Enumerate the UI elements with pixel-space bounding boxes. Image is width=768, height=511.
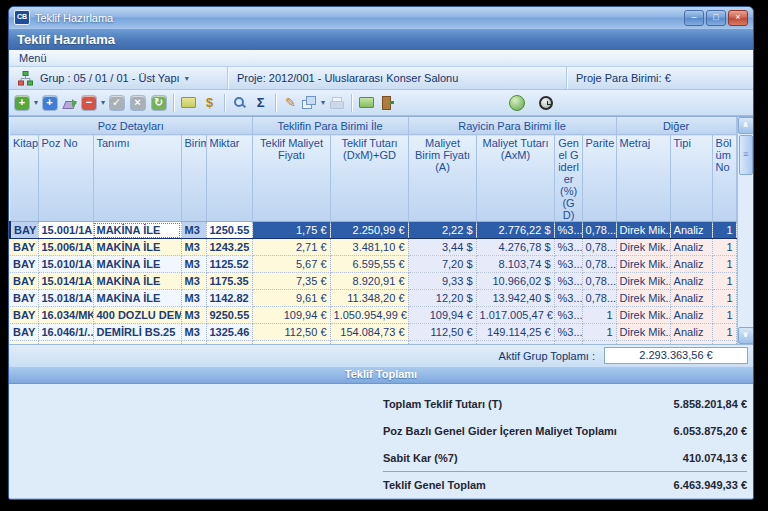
grid-cell[interactable]: %3...: [554, 256, 582, 273]
column-header[interactable]: Miktar: [206, 135, 252, 222]
grid-cell[interactable]: 112,50 €: [408, 324, 476, 341]
grid-cell[interactable]: Direk Mik...: [616, 290, 670, 307]
grid-cell[interactable]: Direk Mik...: [616, 307, 670, 324]
grid-cell[interactable]: 0,78...: [582, 222, 616, 239]
grid-cell[interactable]: DEMİRLİ BS.25: [93, 324, 181, 341]
grid-cell[interactable]: BAY: [10, 273, 38, 290]
grid-cell[interactable]: MAKİNA İLE: [93, 239, 181, 256]
grid-cell[interactable]: 9,61 €: [252, 290, 330, 307]
grid-cell[interactable]: Analiz: [670, 222, 712, 239]
exit-icon[interactable]: [378, 93, 397, 113]
grid-cell[interactable]: 109,94 €: [252, 307, 330, 324]
grid-cell[interactable]: MAKİNA İLE: [93, 290, 181, 307]
banknote-icon[interactable]: [179, 93, 198, 113]
grid-cell[interactable]: 154.084,73 €: [330, 324, 408, 341]
grid-cell[interactable]: MAKİNA İLE: [93, 273, 181, 290]
add-child-row-icon[interactable]: +: [40, 93, 59, 113]
grid-cell[interactable]: 112,50 €: [252, 324, 330, 341]
close-button[interactable]: ×: [728, 10, 748, 26]
grid-cell[interactable]: 13.942,40 $: [476, 290, 554, 307]
cancel-icon[interactable]: ×: [128, 93, 147, 113]
copy-icon[interactable]: ▾: [302, 93, 325, 113]
grid-cell[interactable]: 10.966,02 $: [476, 273, 554, 290]
grid-cell[interactable]: Direk Mik...: [616, 273, 670, 290]
grid-cell[interactable]: 2,71 €: [252, 239, 330, 256]
grid-cell[interactable]: 15.018/1A: [38, 290, 93, 307]
column-header[interactable]: Parite: [582, 135, 616, 222]
grid-cell[interactable]: 15.006/1A: [38, 239, 93, 256]
grid-cell[interactable]: MAKİNA İLE: [93, 256, 181, 273]
grid-cell[interactable]: 2.776,22 $: [476, 222, 554, 239]
go-icon[interactable]: [507, 93, 526, 113]
grid-cell[interactable]: M3: [181, 222, 206, 239]
grid-cell[interactable]: M3: [181, 324, 206, 341]
grid-cell[interactable]: 16.046/1/...: [38, 324, 93, 341]
grid-cell[interactable]: 12,20 $: [408, 290, 476, 307]
grid-cell[interactable]: 15.001/1A: [38, 222, 93, 239]
edit-icon[interactable]: ✎: [281, 93, 300, 113]
grid-cell[interactable]: 5,67 €: [252, 256, 330, 273]
refresh-icon[interactable]: ↻: [149, 93, 168, 113]
grid-cell[interactable]: 8.103,74 $: [476, 256, 554, 273]
grid-cell[interactable]: BAY: [10, 307, 38, 324]
grid-cell[interactable]: 1325.46: [206, 324, 252, 341]
grid-cell[interactable]: Analiz: [670, 273, 712, 290]
column-group-header[interactable]: Teklifin Para Birimi İle: [252, 117, 408, 135]
grid-cell[interactable]: 1243.25: [206, 239, 252, 256]
grid-cell[interactable]: 0,78...: [582, 290, 616, 307]
grid-cell[interactable]: BAY: [10, 290, 38, 307]
scrollbar-thumb[interactable]: ≡: [739, 135, 753, 175]
grid-cell[interactable]: 400 DOZLU DEMİRLİ: [93, 307, 181, 324]
grid-cell[interactable]: 1: [582, 307, 616, 324]
grid-cell[interactable]: 109,94 €: [408, 307, 476, 324]
column-header[interactable]: Teklif Maliyet Fiyatı: [252, 135, 330, 222]
menu-item-menu[interactable]: Menü: [16, 52, 50, 64]
grid-cell[interactable]: 0,78...: [582, 239, 616, 256]
grid-cell[interactable]: M3: [181, 239, 206, 256]
column-group-header[interactable]: Poz Detayları: [10, 117, 252, 135]
scrollbar-track[interactable]: [738, 176, 753, 327]
grid-cell[interactable]: Direk Mik...: [616, 222, 670, 239]
grid-cell[interactable]: MAKİNA İLE: [93, 222, 181, 239]
grid-cell[interactable]: %3...: [554, 273, 582, 290]
grid-cell[interactable]: 11.348,20 €: [330, 290, 408, 307]
column-header[interactable]: Teklif Tutarı (DxM)+GD: [330, 135, 408, 222]
grid-cell[interactable]: M3: [181, 256, 206, 273]
table-row[interactable]: BAY15.001/1AMAKİNA İLEM31250.551,75 €2.2…: [10, 222, 736, 239]
grid-cell[interactable]: 7,20 $: [408, 256, 476, 273]
column-header[interactable]: Tanımı: [93, 135, 181, 222]
table-row[interactable]: BAY16.046/1/...DEMİRLİ BS.25M31325.46112…: [10, 324, 736, 341]
table-row[interactable]: BAY15.018/1AMAKİNA İLEM31142.829,61 €11.…: [10, 290, 736, 307]
grid-cell[interactable]: 1125.52: [206, 256, 252, 273]
grid-cell[interactable]: 9250.55: [206, 307, 252, 324]
grid-cell[interactable]: Direk Mik...: [616, 239, 670, 256]
grid-cell[interactable]: BAY: [10, 324, 38, 341]
grid-cell[interactable]: M3: [181, 273, 206, 290]
grid-cell[interactable]: Analiz: [670, 324, 712, 341]
grid-cell[interactable]: 0,78...: [582, 256, 616, 273]
group-selector[interactable]: Grup : 05 / 01 / 01 - Üst Yapı ▾: [9, 67, 228, 89]
grid-cell[interactable]: 6.595,55 €: [330, 256, 408, 273]
grid-cell[interactable]: 1: [712, 324, 736, 341]
grid-cell[interactable]: %3...: [554, 222, 582, 239]
grid-cell[interactable]: 1250.55: [206, 222, 252, 239]
grid-cell[interactable]: 9,33 $: [408, 273, 476, 290]
cash-icon[interactable]: [357, 93, 376, 113]
grid-cell[interactable]: 149.114,25 €: [476, 324, 554, 341]
grid-cell[interactable]: Direk Mik...: [616, 324, 670, 341]
grid-cell[interactable]: 1142.82: [206, 290, 252, 307]
grid-cell[interactable]: 1: [582, 324, 616, 341]
grid-cell[interactable]: BAY: [10, 222, 38, 239]
grid-cell[interactable]: %3...: [554, 239, 582, 256]
search-poz-icon[interactable]: [230, 93, 249, 113]
column-header[interactable]: Maliyet Tutarı (AxM): [476, 135, 554, 222]
grid-cell[interactable]: 7,35 €: [252, 273, 330, 290]
table-row[interactable]: BAY15.006/1AMAKİNA İLEM31243.252,71 €3.4…: [10, 239, 736, 256]
column-header[interactable]: Bölüm No: [712, 135, 736, 222]
active-group-total-value[interactable]: 2.293.363,56 €: [604, 347, 748, 364]
grid-cell[interactable]: 1: [712, 256, 736, 273]
column-header[interactable]: Tipi: [670, 135, 712, 222]
grid-cell[interactable]: 1,75 €: [252, 222, 330, 239]
grid-cell[interactable]: 3.481,10 €: [330, 239, 408, 256]
add-row-icon[interactable]: +▾: [15, 93, 38, 113]
